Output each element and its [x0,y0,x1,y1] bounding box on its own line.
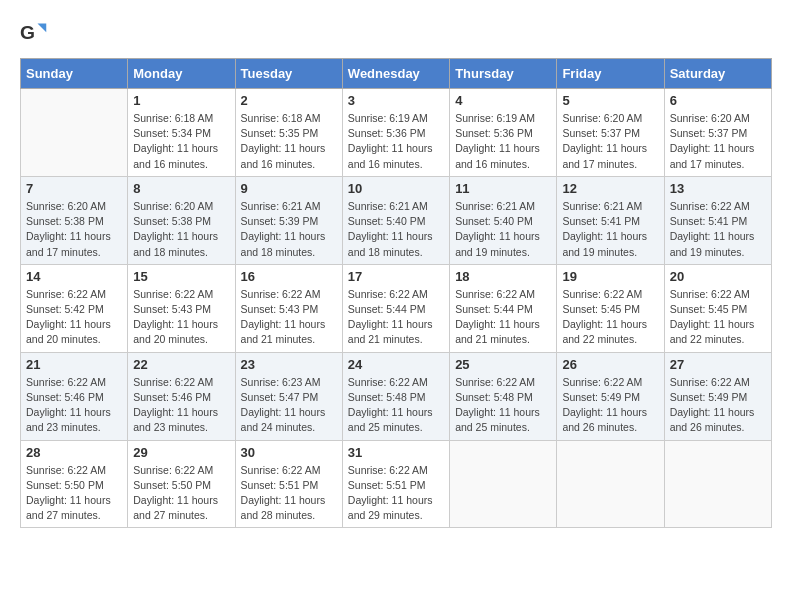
day-number: 2 [241,93,337,108]
calendar-week-4: 21Sunrise: 6:22 AMSunset: 5:46 PMDayligh… [21,352,772,440]
day-info: Sunrise: 6:22 AMSunset: 5:50 PMDaylight:… [133,463,229,524]
calendar-cell: 30Sunrise: 6:22 AMSunset: 5:51 PMDayligh… [235,440,342,528]
day-number: 18 [455,269,551,284]
weekday-tuesday: Tuesday [235,59,342,89]
svg-text:G: G [20,22,35,43]
calendar-cell [557,440,664,528]
day-number: 15 [133,269,229,284]
calendar-cell: 11Sunrise: 6:21 AMSunset: 5:40 PMDayligh… [450,176,557,264]
day-info: Sunrise: 6:22 AMSunset: 5:44 PMDaylight:… [455,287,551,348]
day-number: 19 [562,269,658,284]
logo: G [20,20,52,48]
day-info: Sunrise: 6:22 AMSunset: 5:49 PMDaylight:… [562,375,658,436]
logo-icon: G [20,20,48,48]
weekday-header-row: SundayMondayTuesdayWednesdayThursdayFrid… [21,59,772,89]
weekday-sunday: Sunday [21,59,128,89]
calendar-week-5: 28Sunrise: 6:22 AMSunset: 5:50 PMDayligh… [21,440,772,528]
day-info: Sunrise: 6:22 AMSunset: 5:45 PMDaylight:… [670,287,766,348]
weekday-monday: Monday [128,59,235,89]
calendar-cell: 24Sunrise: 6:22 AMSunset: 5:48 PMDayligh… [342,352,449,440]
calendar-cell: 20Sunrise: 6:22 AMSunset: 5:45 PMDayligh… [664,264,771,352]
day-number: 29 [133,445,229,460]
day-number: 24 [348,357,444,372]
day-info: Sunrise: 6:22 AMSunset: 5:50 PMDaylight:… [26,463,122,524]
weekday-saturday: Saturday [664,59,771,89]
calendar-cell: 3Sunrise: 6:19 AMSunset: 5:36 PMDaylight… [342,89,449,177]
calendar-cell: 6Sunrise: 6:20 AMSunset: 5:37 PMDaylight… [664,89,771,177]
day-number: 27 [670,357,766,372]
day-info: Sunrise: 6:21 AMSunset: 5:39 PMDaylight:… [241,199,337,260]
calendar-cell: 29Sunrise: 6:22 AMSunset: 5:50 PMDayligh… [128,440,235,528]
day-number: 17 [348,269,444,284]
day-info: Sunrise: 6:18 AMSunset: 5:35 PMDaylight:… [241,111,337,172]
day-number: 8 [133,181,229,196]
day-info: Sunrise: 6:21 AMSunset: 5:41 PMDaylight:… [562,199,658,260]
calendar-cell: 31Sunrise: 6:22 AMSunset: 5:51 PMDayligh… [342,440,449,528]
calendar-cell: 5Sunrise: 6:20 AMSunset: 5:37 PMDaylight… [557,89,664,177]
day-info: Sunrise: 6:22 AMSunset: 5:48 PMDaylight:… [348,375,444,436]
day-number: 3 [348,93,444,108]
calendar-cell: 19Sunrise: 6:22 AMSunset: 5:45 PMDayligh… [557,264,664,352]
calendar-body: 1Sunrise: 6:18 AMSunset: 5:34 PMDaylight… [21,89,772,528]
day-info: Sunrise: 6:22 AMSunset: 5:44 PMDaylight:… [348,287,444,348]
day-number: 11 [455,181,551,196]
day-info: Sunrise: 6:22 AMSunset: 5:51 PMDaylight:… [348,463,444,524]
day-info: Sunrise: 6:19 AMSunset: 5:36 PMDaylight:… [455,111,551,172]
calendar-cell: 12Sunrise: 6:21 AMSunset: 5:41 PMDayligh… [557,176,664,264]
day-number: 6 [670,93,766,108]
calendar-cell: 15Sunrise: 6:22 AMSunset: 5:43 PMDayligh… [128,264,235,352]
calendar-cell: 7Sunrise: 6:20 AMSunset: 5:38 PMDaylight… [21,176,128,264]
calendar-cell: 28Sunrise: 6:22 AMSunset: 5:50 PMDayligh… [21,440,128,528]
day-number: 4 [455,93,551,108]
day-info: Sunrise: 6:22 AMSunset: 5:41 PMDaylight:… [670,199,766,260]
weekday-wednesday: Wednesday [342,59,449,89]
calendar-cell: 13Sunrise: 6:22 AMSunset: 5:41 PMDayligh… [664,176,771,264]
day-info: Sunrise: 6:22 AMSunset: 5:48 PMDaylight:… [455,375,551,436]
day-number: 7 [26,181,122,196]
day-number: 10 [348,181,444,196]
day-info: Sunrise: 6:22 AMSunset: 5:46 PMDaylight:… [26,375,122,436]
calendar-table: SundayMondayTuesdayWednesdayThursdayFrid… [20,58,772,528]
day-info: Sunrise: 6:22 AMSunset: 5:46 PMDaylight:… [133,375,229,436]
day-info: Sunrise: 6:22 AMSunset: 5:43 PMDaylight:… [133,287,229,348]
day-info: Sunrise: 6:20 AMSunset: 5:38 PMDaylight:… [26,199,122,260]
day-info: Sunrise: 6:21 AMSunset: 5:40 PMDaylight:… [348,199,444,260]
day-info: Sunrise: 6:22 AMSunset: 5:49 PMDaylight:… [670,375,766,436]
calendar-cell: 18Sunrise: 6:22 AMSunset: 5:44 PMDayligh… [450,264,557,352]
day-number: 21 [26,357,122,372]
day-number: 20 [670,269,766,284]
page-header: G [20,20,772,48]
calendar-cell: 9Sunrise: 6:21 AMSunset: 5:39 PMDaylight… [235,176,342,264]
calendar-cell: 27Sunrise: 6:22 AMSunset: 5:49 PMDayligh… [664,352,771,440]
calendar-cell: 22Sunrise: 6:22 AMSunset: 5:46 PMDayligh… [128,352,235,440]
day-number: 22 [133,357,229,372]
calendar-cell: 23Sunrise: 6:23 AMSunset: 5:47 PMDayligh… [235,352,342,440]
day-number: 25 [455,357,551,372]
calendar-cell: 4Sunrise: 6:19 AMSunset: 5:36 PMDaylight… [450,89,557,177]
svg-marker-1 [38,24,47,33]
calendar-cell: 1Sunrise: 6:18 AMSunset: 5:34 PMDaylight… [128,89,235,177]
day-number: 26 [562,357,658,372]
weekday-friday: Friday [557,59,664,89]
day-number: 14 [26,269,122,284]
day-info: Sunrise: 6:20 AMSunset: 5:37 PMDaylight:… [670,111,766,172]
calendar-cell: 26Sunrise: 6:22 AMSunset: 5:49 PMDayligh… [557,352,664,440]
day-info: Sunrise: 6:19 AMSunset: 5:36 PMDaylight:… [348,111,444,172]
calendar-cell: 25Sunrise: 6:22 AMSunset: 5:48 PMDayligh… [450,352,557,440]
calendar-cell [21,89,128,177]
day-number: 16 [241,269,337,284]
weekday-thursday: Thursday [450,59,557,89]
day-info: Sunrise: 6:22 AMSunset: 5:51 PMDaylight:… [241,463,337,524]
day-number: 13 [670,181,766,196]
day-info: Sunrise: 6:22 AMSunset: 5:43 PMDaylight:… [241,287,337,348]
calendar-cell: 8Sunrise: 6:20 AMSunset: 5:38 PMDaylight… [128,176,235,264]
day-number: 1 [133,93,229,108]
day-info: Sunrise: 6:20 AMSunset: 5:38 PMDaylight:… [133,199,229,260]
day-info: Sunrise: 6:23 AMSunset: 5:47 PMDaylight:… [241,375,337,436]
day-info: Sunrise: 6:22 AMSunset: 5:42 PMDaylight:… [26,287,122,348]
day-number: 23 [241,357,337,372]
calendar-cell: 17Sunrise: 6:22 AMSunset: 5:44 PMDayligh… [342,264,449,352]
calendar-cell: 2Sunrise: 6:18 AMSunset: 5:35 PMDaylight… [235,89,342,177]
calendar-cell: 14Sunrise: 6:22 AMSunset: 5:42 PMDayligh… [21,264,128,352]
calendar-week-2: 7Sunrise: 6:20 AMSunset: 5:38 PMDaylight… [21,176,772,264]
